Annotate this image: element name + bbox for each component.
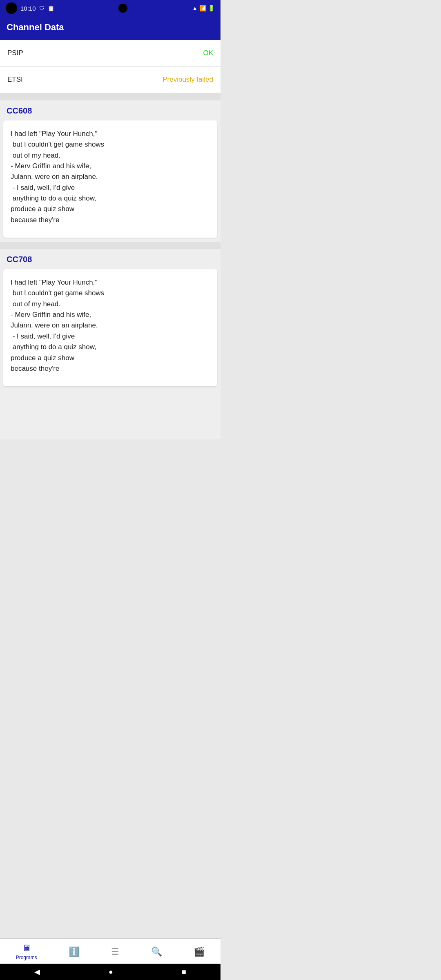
cc708-card: I had left "Play Your Hunch," but I coul… — [3, 269, 217, 386]
etsi-label: ETSI — [7, 76, 23, 84]
etsi-row: ETSI Previously failed — [0, 67, 220, 93]
status-bar-right: ▲ 📶 🔋 — [192, 5, 215, 11]
psip-label: PSIP — [7, 49, 23, 57]
cc708-title: CC708 — [7, 255, 32, 264]
cc708-text: I had left "Play Your Hunch," but I coul… — [11, 277, 210, 374]
psip-status: OK — [203, 49, 213, 57]
cc608-card: I had left "Play Your Hunch," but I coul… — [3, 120, 217, 238]
section-divider-2 — [0, 242, 220, 249]
status-bar-left: 10:10 🛡 📋 — [6, 2, 54, 14]
status-icon-sim: 📋 — [48, 5, 54, 11]
status-time: 10:10 — [20, 5, 36, 12]
status-icon-shield: 🛡 — [39, 5, 45, 11]
cc608-text: I had left "Play Your Hunch," but I coul… — [11, 129, 210, 225]
cc608-title: CC608 — [7, 106, 32, 115]
app-bar: Channel Data — [0, 16, 220, 40]
psip-row: PSIP OK — [0, 40, 220, 67]
status-bar: 10:10 🛡 📋 ▲ 📶 🔋 — [0, 0, 220, 16]
main-content: PSIP OK ETSI Previously failed CC608 I h… — [0, 40, 220, 439]
camera-notch — [6, 2, 17, 14]
cc708-section-header: CC708 — [0, 249, 220, 267]
wifi-icon: ▲ — [192, 5, 198, 11]
app-bar-title: Channel Data — [7, 22, 64, 32]
signal-icon: 📶 — [199, 5, 206, 11]
battery-icon: 🔋 — [208, 5, 215, 11]
etsi-status: Previously failed — [163, 76, 213, 84]
section-divider-1 — [0, 93, 220, 100]
status-center-indicator — [118, 4, 127, 13]
cc608-section-header: CC608 — [0, 100, 220, 119]
